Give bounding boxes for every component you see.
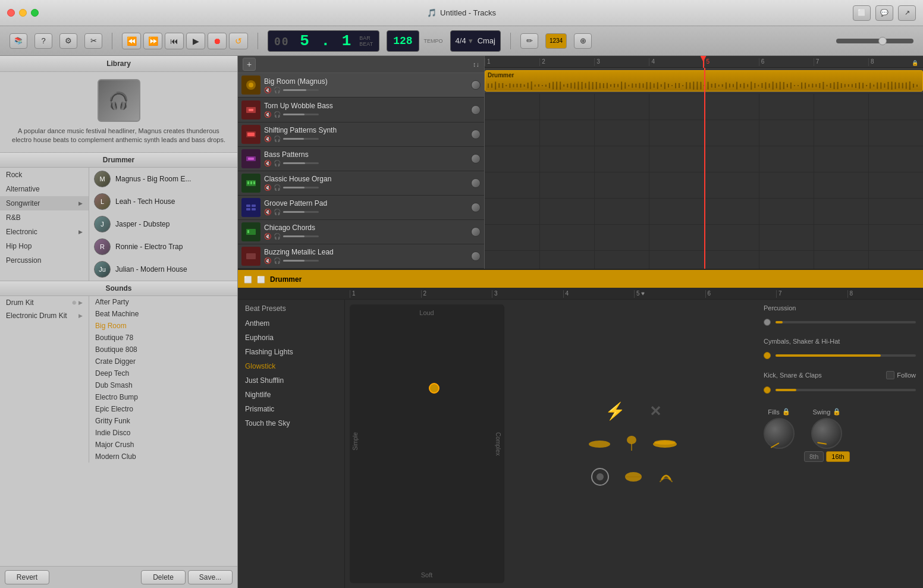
track-row-torn-up[interactable]: Torn Up Wobble Bass 🔇 🎧 — [238, 98, 484, 122]
beat-preset-prismatic[interactable]: Prismatic — [238, 402, 344, 416]
track-knob-bass-patterns[interactable] — [471, 154, 481, 163]
kick-slider[interactable] — [776, 389, 916, 391]
drummer-category-songwriter[interactable]: Songwriter ▶ — [0, 196, 89, 210]
xy-dot[interactable] — [429, 383, 439, 394]
track-knob-groove-pad[interactable] — [471, 203, 481, 212]
add-track-button[interactable]: + — [243, 58, 256, 71]
track-mute-classic-house[interactable]: 🔇 — [264, 184, 271, 191]
track-row-bass-patterns[interactable]: Bass Patterns 🔇 🎧 — [238, 147, 484, 171]
hihat-icon[interactable] — [652, 439, 678, 449]
track-headphone-drummer[interactable]: 🎧 — [274, 87, 281, 93]
record-button[interactable]: ⏺ — [208, 33, 227, 49]
revert-button[interactable]: Revert — [5, 570, 49, 584]
fills-knob[interactable] — [764, 418, 795, 449]
drummer-entry-jasper[interactable]: J Jasper - Dubstep — [89, 213, 237, 235]
drummer-category-alternative[interactable]: Alternative — [0, 182, 89, 196]
settings-button[interactable]: ⚙ — [59, 33, 77, 49]
drummer-category-rb[interactable]: R&B — [0, 210, 89, 225]
sounds-preset-epic-electro[interactable]: Epic Electro — [89, 403, 237, 415]
sounds-preset-indie-disco[interactable]: Indie Disco — [89, 427, 237, 439]
timeline-row-torn-up[interactable] — [485, 94, 923, 120]
sounds-preset-dub-smash[interactable]: Dub Smash — [89, 379, 237, 391]
sounds-preset-major-crush[interactable]: Major Crush — [89, 439, 237, 451]
track-knob-chicago-chords[interactable] — [471, 227, 481, 237]
drummer-category-percussion[interactable]: Percussion — [0, 253, 89, 268]
track-mute-drummer[interactable]: 🔇 — [264, 87, 271, 93]
timeline-tracks[interactable]: Drummer — [485, 68, 923, 269]
beat-preset-anthem[interactable]: Anthem — [238, 316, 344, 331]
cymbal-icon[interactable] — [588, 439, 611, 449]
x-icon[interactable]: ✕ — [649, 403, 661, 420]
sounds-category-drumkit[interactable]: Drum Kit ⊕ ▶ — [0, 296, 89, 309]
beat-preset-just-shufflin[interactable]: Just Shufflin — [238, 373, 344, 388]
note-16th-button[interactable]: 16th — [826, 451, 849, 462]
track-volume-buzzing-metallic[interactable] — [283, 260, 319, 262]
timeline-row-classic-house[interactable] — [485, 172, 923, 199]
track-volume-drummer[interactable] — [283, 89, 319, 91]
timeline-row-drummer[interactable]: Drummer — [485, 68, 923, 94]
track-mute-bass-patterns[interactable]: 🔇 — [264, 160, 271, 166]
track-mute-shifting[interactable]: 🔇 — [264, 136, 271, 142]
xy-pad[interactable]: Loud Soft Simple Complex — [350, 304, 504, 583]
delete-button[interactable]: Delete — [141, 570, 186, 584]
sounds-preset-beat-machine[interactable]: Beat Machine — [89, 308, 237, 320]
pencil-button[interactable]: ✏ — [520, 33, 538, 49]
cycle-button[interactable]: ↺ — [229, 33, 248, 49]
bass-drum-icon[interactable] — [591, 467, 610, 486]
timeline-row-shifting[interactable] — [485, 120, 923, 146]
cymbals-slider[interactable] — [776, 354, 916, 357]
track-mute-chicago-chords[interactable]: 🔇 — [264, 233, 271, 240]
drummer-entry-magnus[interactable]: M Magnus - Big Room E... — [89, 168, 237, 190]
track-row-groove-pad[interactable]: Groove Pattern Pad 🔇 🎧 — [238, 196, 484, 220]
beat-preset-flashing-lights[interactable]: Flashing Lights — [238, 345, 344, 359]
save-button[interactable]: Save... — [188, 570, 233, 584]
sounds-preset-gritty-funk[interactable]: Gritty Funk — [89, 415, 237, 427]
shaker-icon[interactable] — [626, 435, 638, 453]
snare-icon[interactable] — [624, 471, 643, 483]
track-headphone-chicago-chords[interactable]: 🎧 — [274, 233, 281, 240]
track-headphone-torn-up[interactable]: 🎧 — [274, 111, 281, 118]
drummer-category-hiphop[interactable]: Hip Hop — [0, 239, 89, 253]
drummer-category-rock[interactable]: Rock — [0, 168, 89, 182]
swing-knob[interactable] — [811, 418, 842, 449]
library-panel-button[interactable]: 📚 — [10, 33, 27, 49]
track-mute-groove-pad[interactable]: 🔇 — [264, 209, 271, 215]
track-row-classic-house[interactable]: Classic House Organ 🔇 🎧 — [238, 171, 484, 196]
timeline-row-groove-pad[interactable] — [485, 199, 923, 225]
track-knob-buzzing-metallic[interactable] — [471, 251, 481, 261]
sounds-preset-crate-digger[interactable]: Crate Digger — [89, 356, 237, 367]
lightning-icon[interactable]: ⚡ — [605, 401, 626, 421]
chat-button[interactable]: 💬 — [875, 5, 893, 21]
track-knob-shifting[interactable] — [471, 130, 481, 139]
track-mute-torn-up[interactable]: 🔇 — [264, 111, 271, 118]
follow-check[interactable] — [886, 371, 894, 379]
track-headphone-buzzing-metallic[interactable]: 🎧 — [274, 257, 281, 264]
track-row-drummer[interactable]: Big Room (Magnus) 🔇 🎧 — [238, 73, 484, 98]
timeline-row-chicago-chords[interactable] — [485, 225, 923, 251]
sounds-preset-boutique-808[interactable]: Boutique 808 — [89, 344, 237, 356]
clap-icon[interactable] — [657, 467, 675, 486]
percussion-slider[interactable] — [776, 321, 916, 323]
sounds-preset-big-room[interactable]: Big Room — [89, 320, 237, 332]
library-button[interactable]: ⬜ — [853, 5, 871, 21]
sounds-preset-electro-bump[interactable]: Electro Bump — [89, 391, 237, 403]
track-headphone-classic-house[interactable]: 🎧 — [274, 184, 281, 191]
track-mute-buzzing-metallic[interactable]: 🔇 — [264, 257, 271, 264]
drummer-entry-ronnie[interactable]: R Ronnie - Electro Trap — [89, 235, 237, 258]
track-volume-groove-pad[interactable] — [283, 211, 319, 213]
track-knob-drummer[interactable] — [471, 80, 481, 90]
timeline-row-bass-patterns[interactable] — [485, 146, 923, 172]
rewind-button[interactable]: ⏪ — [122, 33, 141, 49]
track-volume-torn-up[interactable] — [283, 114, 319, 115]
sounds-category-electronic-drum[interactable]: Electronic Drum Kit ▶ — [0, 309, 89, 322]
sounds-preset-boutique-78[interactable]: Boutique 78 — [89, 332, 237, 344]
beat-preset-glowstick[interactable]: Glowstick — [238, 359, 344, 373]
fast-forward-button[interactable]: ⏩ — [143, 33, 162, 49]
master-button[interactable]: ⊕ — [574, 33, 592, 49]
timeline-row-buzzing-metallic[interactable] — [485, 251, 923, 269]
track-row-chicago-chords[interactable]: Chicago Chords 🔇 🎧 — [238, 220, 484, 244]
beat-preset-euphoria[interactable]: Euphoria — [238, 331, 344, 345]
tempo-display[interactable]: 128 — [387, 30, 419, 52]
track-volume-classic-house[interactable] — [283, 187, 319, 188]
track-order-button[interactable]: ↕↓ — [473, 61, 479, 68]
